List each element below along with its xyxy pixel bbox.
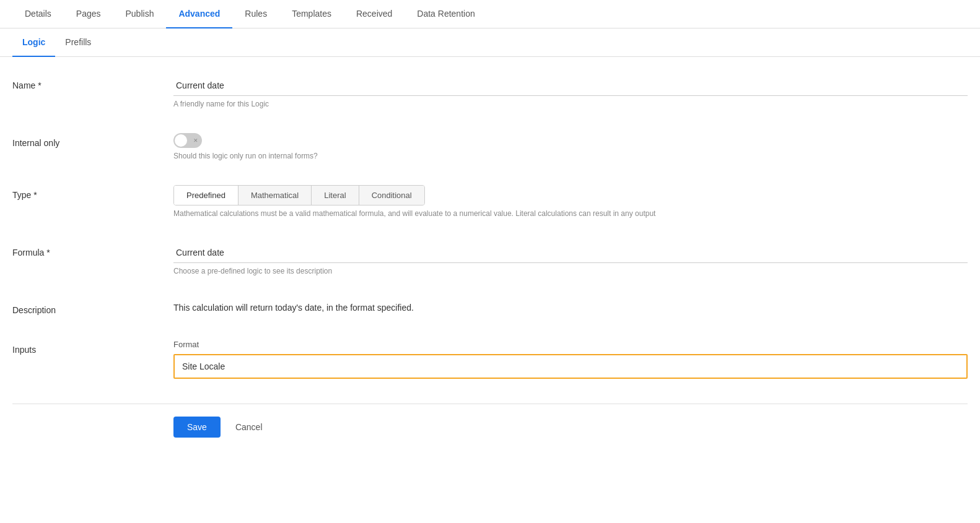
formula-field: Current date Choose a pre-defined logic … bbox=[173, 243, 968, 275]
save-button[interactable]: Save bbox=[173, 417, 221, 438]
name-input[interactable] bbox=[173, 76, 968, 96]
subnav-logic[interactable]: Logic bbox=[12, 28, 55, 57]
format-label: Format bbox=[173, 340, 968, 349]
toggle-container: ✕ bbox=[173, 133, 968, 148]
type-btn-predefined[interactable]: Predefined bbox=[174, 186, 238, 205]
formula-row: Formula * Current date Choose a pre-defi… bbox=[12, 243, 968, 282]
tab-received[interactable]: Received bbox=[344, 0, 405, 28]
tab-pages[interactable]: Pages bbox=[64, 0, 113, 28]
internal-only-helper: Should this logic only run on internal f… bbox=[173, 152, 968, 160]
toggle-knob bbox=[175, 134, 187, 147]
name-helper: A friendly name for this Logic bbox=[173, 100, 968, 108]
toggle-x-icon: ✕ bbox=[193, 137, 198, 144]
cancel-button[interactable]: Cancel bbox=[228, 417, 270, 438]
inputs-field: Format Site Locale bbox=[173, 340, 968, 379]
tab-details[interactable]: Details bbox=[12, 0, 64, 28]
internal-only-field: ✕ Should this logic only run on internal… bbox=[173, 133, 968, 160]
formula-select[interactable]: Current date bbox=[173, 243, 968, 263]
description-field: This calculation will return today's dat… bbox=[173, 300, 968, 313]
divider bbox=[12, 404, 968, 404]
name-row: Name * A friendly name for this Logic bbox=[12, 76, 968, 115]
tab-data-retention[interactable]: Data Retention bbox=[405, 0, 487, 28]
main-content: Name * A friendly name for this Logic In… bbox=[0, 57, 980, 456]
name-field-container: A friendly name for this Logic bbox=[173, 76, 968, 108]
inputs-label: Inputs bbox=[12, 340, 173, 355]
action-buttons: Save Cancel bbox=[12, 417, 968, 438]
type-field: Predefined Mathematical Literal Conditio… bbox=[173, 185, 968, 218]
subnav-prefills[interactable]: Prefills bbox=[55, 28, 101, 57]
format-select-wrapper: Site Locale bbox=[173, 354, 968, 379]
formula-helper: Choose a pre-defined logic to see its de… bbox=[173, 267, 968, 275]
format-select[interactable]: Site Locale bbox=[173, 354, 968, 379]
type-row: Type * Predefined Mathematical Literal C… bbox=[12, 185, 968, 224]
top-navigation: Details Pages Publish Advanced Rules Tem… bbox=[0, 0, 980, 28]
type-btn-literal[interactable]: Literal bbox=[312, 186, 359, 205]
sub-navigation: Logic Prefills bbox=[0, 28, 980, 57]
type-buttons-group: Predefined Mathematical Literal Conditio… bbox=[173, 185, 425, 205]
description-row: Description This calculation will return… bbox=[12, 300, 968, 321]
inputs-row: Inputs Format Site Locale bbox=[12, 340, 968, 385]
type-helper: Mathematical calculations must be a vali… bbox=[173, 209, 968, 218]
type-label: Type * bbox=[12, 185, 173, 200]
description-text: This calculation will return today's dat… bbox=[173, 300, 968, 313]
type-btn-conditional[interactable]: Conditional bbox=[359, 186, 424, 205]
tab-rules[interactable]: Rules bbox=[232, 0, 279, 28]
description-label: Description bbox=[12, 300, 173, 315]
formula-label: Formula * bbox=[12, 243, 173, 257]
internal-only-toggle[interactable]: ✕ bbox=[173, 133, 202, 148]
internal-only-row: Internal only ✕ Should this logic only r… bbox=[12, 133, 968, 166]
tab-publish[interactable]: Publish bbox=[113, 0, 167, 28]
name-label: Name * bbox=[12, 76, 173, 90]
tab-advanced[interactable]: Advanced bbox=[166, 0, 232, 28]
type-btn-mathematical[interactable]: Mathematical bbox=[238, 186, 312, 205]
tab-templates[interactable]: Templates bbox=[279, 0, 344, 28]
internal-only-label: Internal only bbox=[12, 133, 173, 148]
